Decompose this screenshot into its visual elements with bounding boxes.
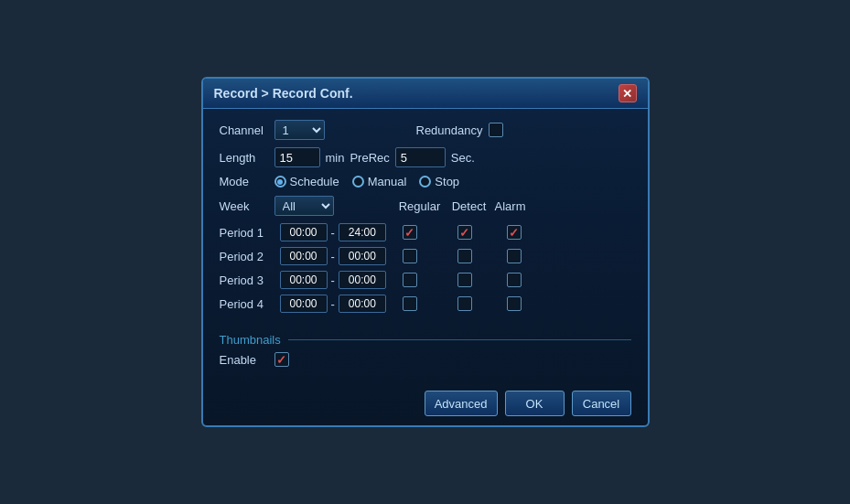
col-detect-header: Detect [447, 199, 492, 213]
period4-label: Period 4 [220, 297, 273, 311]
period1-detect-check: ✓ [459, 227, 469, 239]
period2-label: Period 2 [220, 250, 273, 263]
ok-button[interactable]: OK [505, 391, 565, 416]
period3-dash: - [331, 273, 335, 287]
period1-regular-check: ✓ [404, 227, 414, 239]
period2-alarm-checkbox[interactable] [507, 249, 522, 263]
period2-row: Period 2 - [220, 247, 631, 265]
dialog-content: Channel 1 Redundancy Length min PreRec S… [203, 109, 648, 383]
prerec-label: PreRec [350, 151, 389, 165]
period1-end-input[interactable] [339, 223, 386, 241]
period4-alarm-checkbox[interactable] [507, 296, 522, 311]
period2-regular-checkbox[interactable] [403, 249, 417, 263]
period3-regular-checkbox[interactable] [403, 273, 417, 287]
enable-check: ✓ [276, 354, 286, 366]
schedule-radio[interactable] [274, 176, 286, 188]
enable-label: Enable [220, 353, 274, 367]
period1-detect-checkbox[interactable]: ✓ [457, 225, 472, 240]
min-label: min [326, 151, 345, 165]
period3-end-input[interactable] [339, 271, 386, 289]
mode-stop[interactable]: Stop [419, 175, 459, 188]
thumbnails-line [288, 339, 631, 340]
period2-end-input[interactable] [339, 247, 386, 265]
manual-radio[interactable] [352, 176, 364, 188]
week-select[interactable]: All [274, 196, 334, 216]
mode-manual[interactable]: Manual [352, 175, 407, 188]
period3-time-range: - [280, 271, 386, 289]
period4-regular-checkbox[interactable] [403, 296, 417, 311]
period1-regular-checkbox[interactable]: ✓ [403, 225, 417, 240]
schedule-label: Schedule [290, 175, 339, 188]
week-label: Week [220, 199, 274, 213]
enable-row: Enable ✓ [220, 352, 631, 367]
length-label: Length [220, 151, 274, 165]
redundancy-checkbox[interactable] [489, 123, 503, 137]
week-header-row: Week All Regular Detect Alarm [220, 196, 631, 216]
col-regular-header: Regular [393, 199, 447, 213]
period2-start-input[interactable] [280, 247, 328, 265]
thumbnails-label: Thumbnails [220, 333, 281, 347]
redundancy-label: Redundancy [416, 123, 483, 137]
record-conf-dialog: Record > Record Conf. ✕ Channel 1 Redund… [201, 77, 650, 427]
period4-detect-checkbox[interactable] [457, 296, 472, 311]
enable-checkbox[interactable]: ✓ [274, 352, 289, 367]
period2-time-range: - [280, 247, 386, 265]
sec-label: Sec. [451, 151, 475, 165]
period1-time-range: - [280, 223, 386, 241]
period3-alarm-checkbox[interactable] [507, 273, 522, 287]
dialog-title: Record > Record Conf. [214, 86, 353, 101]
period2-dash: - [331, 250, 335, 263]
cancel-button[interactable]: Cancel [572, 391, 631, 416]
dialog-footer: Advanced OK Cancel [203, 383, 648, 425]
period4-dash: - [331, 297, 335, 311]
channel-select[interactable]: 1 [274, 120, 325, 140]
title-bar: Record > Record Conf. ✕ [203, 79, 648, 109]
manual-label: Manual [368, 175, 407, 188]
period1-label: Period 1 [220, 226, 273, 240]
channel-row: Channel 1 Redundancy [220, 120, 631, 140]
period1-dash: - [331, 226, 335, 240]
thumbnails-section: Thumbnails [220, 333, 631, 347]
period4-time-range: - [280, 295, 386, 313]
length-row: Length min PreRec Sec. [220, 147, 631, 167]
period1-row: Period 1 - ✓ ✓ ✓ [220, 223, 631, 241]
advanced-button[interactable]: Advanced [425, 391, 498, 416]
period4-start-input[interactable] [280, 295, 328, 313]
col-alarm-header: Alarm [492, 199, 529, 213]
period3-detect-checkbox[interactable] [457, 273, 472, 287]
mode-row: Mode Schedule Manual Stop [220, 175, 631, 188]
stop-radio[interactable] [419, 176, 431, 188]
period3-label: Period 3 [220, 273, 273, 287]
period3-start-input[interactable] [280, 271, 328, 289]
period2-detect-checkbox[interactable] [457, 249, 472, 263]
period3-row: Period 3 - [220, 271, 631, 289]
period1-start-input[interactable] [280, 223, 328, 241]
mode-radio-group: Schedule Manual Stop [274, 175, 460, 188]
stop-label: Stop [435, 175, 459, 188]
mode-schedule[interactable]: Schedule [274, 175, 339, 188]
period1-alarm-check: ✓ [509, 227, 519, 239]
period4-end-input[interactable] [339, 295, 386, 313]
close-button[interactable]: ✕ [619, 84, 637, 102]
prerec-input[interactable] [395, 147, 446, 167]
period1-alarm-checkbox[interactable]: ✓ [507, 225, 522, 240]
length-input[interactable] [274, 147, 320, 167]
mode-label: Mode [220, 175, 274, 188]
period4-row: Period 4 - [220, 295, 631, 313]
channel-label: Channel [220, 123, 274, 137]
